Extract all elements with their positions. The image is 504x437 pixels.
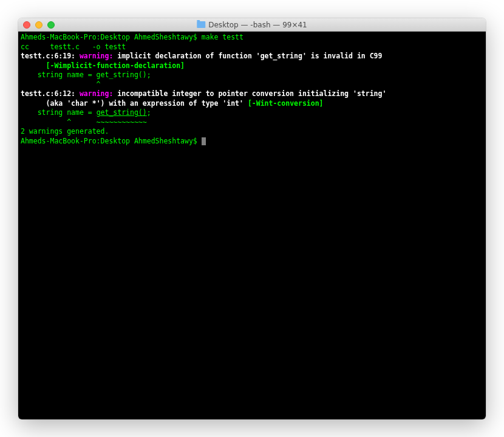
compiler-invocation: cc testt.c -o testt — [21, 43, 483, 52]
terminal-content[interactable]: Ahmeds-MacBook-Pro:Desktop AhmedSheshtaw… — [18, 32, 486, 419]
shell-prompt: Ahmeds-MacBook-Pro:Desktop AhmedSheshtaw… — [21, 33, 202, 41]
window-title: Desktop — -bash — 99×41 — [208, 21, 307, 29]
close-button[interactable] — [23, 21, 30, 29]
warning2-code: string name = get_string(); — [21, 108, 483, 118]
warning1-label: warning: — [80, 52, 117, 60]
window-title-container: Desktop — -bash — 99×41 — [197, 21, 307, 29]
warnings-summary: 2 warnings generated. — [21, 127, 483, 137]
warning1-message: implicit declaration of function 'get_st… — [117, 52, 382, 60]
terminal-window: Desktop — -bash — 99×41 Ahmeds-MacBook-P… — [18, 18, 486, 419]
titlebar[interactable]: Desktop — -bash — 99×41 — [18, 18, 486, 32]
cursor — [202, 137, 206, 145]
maximize-button[interactable] — [47, 21, 55, 29]
folder-icon — [197, 21, 205, 28]
warning1-code: string name = get_string(); — [21, 71, 483, 80]
shell-prompt-2: Ahmeds-MacBook-Pro:Desktop AhmedSheshtaw… — [21, 137, 202, 145]
traffic-lights — [23, 21, 55, 29]
warning2-message-cont: (aka 'char *') with an expression of typ… — [46, 99, 248, 108]
warning2-flag: [-Wint-conversion] — [248, 99, 324, 108]
command-text: make testt — [202, 33, 243, 41]
warning2-location: testt.c:6:12: — [21, 89, 80, 98]
warning2-label: warning: — [80, 89, 117, 98]
warning1-flag: [-Wimplicit-function-declaration] — [46, 61, 185, 70]
warning2-caret: ^ ~~~~~~~~~~~~ — [21, 118, 483, 128]
minimize-button[interactable] — [35, 21, 43, 29]
warning1-caret: ^ — [21, 80, 483, 90]
warning2-message: incompatible integer to pointer conversi… — [117, 89, 386, 98]
warning1-location: testt.c:6:19: — [21, 52, 80, 60]
